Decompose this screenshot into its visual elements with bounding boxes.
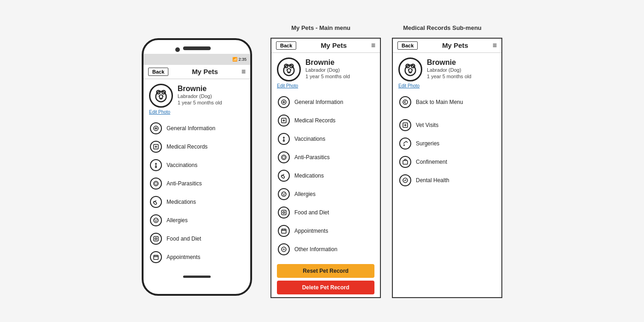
- phone-back-button[interactable]: Back: [148, 68, 168, 76]
- phone-menu-item-allergies[interactable]: Allergies: [144, 211, 250, 230]
- main-menu-item-appointments[interactable]: Appointments: [271, 222, 380, 240]
- phone-header-title: My Pets: [192, 68, 218, 75]
- submenu-label-vet: Vet Visits: [416, 122, 438, 128]
- wireframes-container: My Pets - Main menu Medical Records Sub-…: [270, 24, 502, 298]
- submenu-pet-age: 1 year 5 months old: [427, 73, 496, 80]
- svg-rect-50: [282, 229, 286, 233]
- main-menu-item-medical[interactable]: Medical Records: [271, 111, 380, 130]
- phone-menu-item-medications[interactable]: Medications: [144, 193, 250, 211]
- main-menu-item-medications[interactable]: Medications: [271, 167, 380, 185]
- main-menu-item-general[interactable]: General Information: [271, 93, 380, 111]
- main-menu-item-other[interactable]: Other Information: [271, 240, 380, 259]
- phone-menu-label-medical: Medical Records: [167, 144, 207, 150]
- phone-menu-item-vaccinations[interactable]: Vaccinations: [144, 156, 250, 174]
- submenu-icon-confinement: [399, 156, 411, 168]
- submenu-pet-profile: Brownie Labrador (Dog) 1 year 5 months o…: [393, 53, 501, 83]
- svg-point-60: [408, 69, 409, 70]
- main-menu-title: My Pets: [321, 41, 347, 49]
- phone-menu-icon-medications: [150, 196, 162, 208]
- main-menu-item-antiparasitics[interactable]: Anti-Parasitics: [271, 148, 380, 167]
- phone-speaker: [183, 46, 211, 50]
- phone-pet-age: 1 year 5 months old: [178, 99, 245, 106]
- phone-menu-label-medications: Medications: [167, 199, 196, 205]
- svg-point-20: [156, 219, 157, 220]
- main-menu-icon-antiparasitics: [278, 151, 290, 163]
- submenu-edit-photo[interactable]: Edit Photo: [393, 83, 501, 91]
- svg-point-5: [162, 95, 163, 97]
- svg-point-62: [403, 100, 408, 104]
- svg-point-46: [282, 193, 283, 194]
- submenu-label-confinement: Confinement: [416, 159, 447, 165]
- main-menu-label-allergies: Allergies: [294, 191, 316, 197]
- main-menu-label-food: Food and Diet: [294, 209, 329, 216]
- svg-point-55: [283, 248, 285, 250]
- svg-rect-48: [282, 210, 286, 215]
- submenu-label-surgeries: Surgeries: [416, 140, 439, 147]
- phone-menu-label-appointments: Appointments: [167, 254, 200, 260]
- submenu-item-vet[interactable]: Vet Visits: [393, 116, 501, 134]
- submenu-label-dental: Dental Health: [416, 177, 449, 184]
- svg-point-61: [411, 69, 413, 70]
- main-menu-pet-breed: Labrador (Dog): [305, 67, 374, 73]
- main-menu-hamburger-icon[interactable]: ≡: [371, 41, 375, 50]
- phone-menu-item-food[interactable]: Food and Diet: [144, 230, 250, 248]
- phone-menu-icon-medical: [150, 141, 162, 153]
- phone-menu-icon-general: [150, 122, 162, 134]
- main-menu-label-vaccinations: Vaccinations: [294, 136, 325, 142]
- svg-point-18: [154, 218, 158, 223]
- submenu-pet-name: Brownie: [427, 58, 496, 67]
- submenu-screen: Back My Pets ≡: [392, 38, 502, 298]
- submenu-header: Back My Pets ≡: [393, 39, 501, 53]
- submenu-icon-surgeries: [399, 138, 411, 150]
- main-menu-edit-photo[interactable]: Edit Photo: [271, 83, 380, 91]
- status-text: 📶 2:35: [232, 57, 247, 62]
- svg-point-4: [159, 95, 160, 97]
- main-menu-icon-food: [278, 207, 290, 218]
- phone-edit-photo-link[interactable]: Edit Photo: [144, 109, 250, 117]
- svg-point-31: [287, 69, 288, 70]
- submenu-item-back[interactable]: Back to Main Menu: [393, 93, 501, 111]
- submenu-pet-avatar: [398, 58, 422, 81]
- main-menu-label-medical: Medical Records: [294, 117, 335, 124]
- submenu-item-confinement[interactable]: Confinement: [393, 153, 501, 171]
- main-menu-pet-profile: Brownie Labrador (Dog) 1 year 5 months o…: [271, 53, 380, 83]
- submenu-item-dental[interactable]: Dental Health: [393, 171, 501, 190]
- svg-point-3: [159, 95, 163, 98]
- phone-menu-item-general[interactable]: General Information: [144, 119, 250, 138]
- main-menu-back-button[interactable]: Back: [276, 41, 296, 50]
- main-menu-item-allergies[interactable]: Allergies: [271, 185, 380, 203]
- svg-line-66: [403, 141, 406, 144]
- svg-rect-21: [154, 236, 158, 241]
- main-menu-item-vaccinations[interactable]: Vaccinations: [271, 130, 380, 148]
- main-menu-screen: Back My Pets ≡: [270, 38, 381, 298]
- submenu-menu-list: Back to Main Menu Vet Visits Surgeries: [393, 91, 501, 191]
- submenu-title: My Pets: [442, 41, 468, 49]
- svg-point-45: [282, 192, 286, 196]
- phone-pet-profile: Brownie Labrador (Dog) 1 year 5 months o…: [144, 79, 250, 109]
- main-menu-label-antiparasitics: Anti-Parasitics: [294, 154, 330, 161]
- phone-menu-label-antiparasitics: Anti-Parasitics: [167, 180, 202, 187]
- submenu-item-surgeries[interactable]: Surgeries: [393, 134, 501, 153]
- phone-menu-icon-vaccinations: [150, 159, 162, 171]
- main-menu-pet-info: Brownie Labrador (Dog) 1 year 5 months o…: [305, 58, 374, 80]
- phone-menu-item-appointments[interactable]: Appointments: [144, 248, 250, 266]
- submenu-back-button[interactable]: Back: [397, 41, 418, 50]
- main-menu-item-food[interactable]: Food and Diet: [271, 203, 380, 222]
- phone-menu-item-medical[interactable]: Medical Records: [144, 138, 250, 156]
- phone-mockup: 📶 2:35 Back My Pets ≡: [142, 38, 252, 296]
- phone-camera: [175, 47, 180, 52]
- phone-menu-item-antiparasitics[interactable]: Anti-Parasitics: [144, 174, 250, 193]
- submenu-hamburger-icon[interactable]: ≡: [493, 41, 497, 50]
- phone-menu-icon-food: [150, 233, 162, 245]
- main-menu-label-other: Other Information: [294, 246, 337, 253]
- svg-line-67: [406, 141, 408, 143]
- submenu-icon-dental: [399, 174, 411, 186]
- svg-point-54: [282, 247, 286, 252]
- reset-pet-record-button[interactable]: Reset Pet Record: [277, 264, 374, 278]
- delete-pet-record-button[interactable]: Delete Pet Record: [277, 281, 374, 294]
- main-menu-buttons: Reset Pet Record Delete Pet Record: [271, 260, 380, 297]
- phone-menu-icon-appointments: [150, 251, 162, 263]
- phone-hamburger-icon[interactable]: ≡: [242, 68, 246, 76]
- phone-screen: Back My Pets ≡: [144, 65, 250, 273]
- main-menu-icon-medical: [278, 115, 290, 126]
